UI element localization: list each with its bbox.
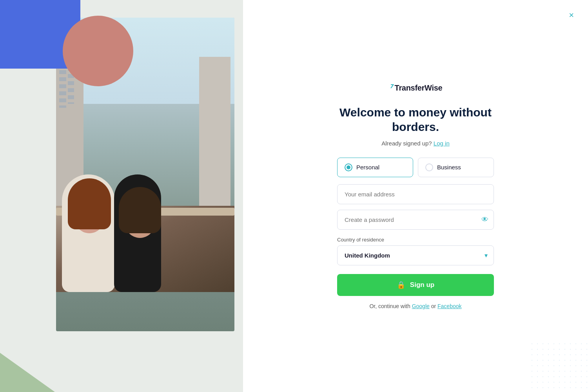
main-heading: Welcome to money without borders. [337,105,494,134]
signup-button[interactable]: 🔒 Sign up [337,274,494,296]
left-panel [0,0,243,392]
country-select-wrapper: United Kingdom United States Germany Fra… [337,245,494,265]
business-label: Business [437,164,461,171]
social-login-text: Or, continue with Google or Facebook [369,303,461,309]
signup-label: Sign up [410,281,434,289]
country-select[interactable]: United Kingdom United States Germany Fra… [337,245,494,265]
lock-icon: 🔒 [397,281,405,289]
country-label: Country of residence [337,237,494,243]
business-account-button[interactable]: Business [418,158,494,177]
login-link[interactable]: Log in [434,140,450,147]
email-input[interactable] [337,184,494,204]
salmon-circle-decoration [63,16,133,86]
subtitle: Already signed up? Log in [381,140,449,147]
google-link[interactable]: Google [412,303,430,309]
close-button[interactable]: × [569,11,574,20]
dots-pattern [529,341,588,392]
facebook-link[interactable]: Facebook [437,303,461,309]
business-radio [425,163,433,171]
password-input[interactable] [337,210,494,230]
personal-radio [345,163,352,171]
personal-label: Personal [356,164,379,171]
logo-icon: ⁷ [389,83,392,93]
toggle-password-icon[interactable]: 👁 [481,216,488,224]
personal-account-button[interactable]: Personal [337,158,413,177]
password-wrapper: 👁 [337,210,494,230]
country-section: Country of residence United Kingdom Unit… [337,237,494,274]
logo-area: ⁷ TransferWise [389,83,443,93]
green-triangle-decoration [0,353,55,392]
logo-text: TransferWise [395,83,443,93]
account-type-row: Personal Business [337,158,494,177]
form-container: ⁷ TransferWise Welcome to money without … [337,83,494,309]
right-panel: × ⁷ TransferWise Welcome to money withou… [243,0,588,392]
